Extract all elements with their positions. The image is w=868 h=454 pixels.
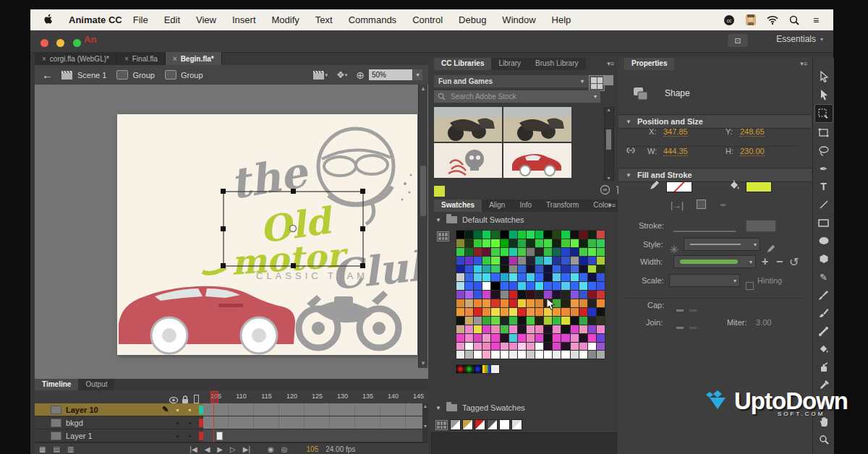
color-swatch[interactable] bbox=[465, 265, 473, 273]
color-swatch[interactable] bbox=[571, 334, 579, 342]
timeline-layer-row[interactable]: Layer 1 • • bbox=[35, 429, 428, 442]
add-width-profile-icon[interactable]: + bbox=[762, 255, 768, 268]
color-swatch[interactable] bbox=[474, 343, 482, 351]
color-swatch[interactable] bbox=[579, 248, 587, 256]
color-swatch[interactable] bbox=[482, 317, 490, 325]
color-swatch[interactable] bbox=[571, 317, 579, 325]
color-swatch[interactable] bbox=[474, 239, 482, 247]
color-swatch[interactable] bbox=[474, 334, 482, 342]
color-swatch[interactable] bbox=[456, 257, 464, 265]
adobe-stock-search[interactable]: ▾ bbox=[434, 90, 600, 103]
color-swatch[interactable] bbox=[579, 308, 587, 316]
color-swatch[interactable] bbox=[482, 299, 490, 307]
stroke-style-dropdown[interactable]: ▾ bbox=[684, 238, 760, 251]
color-swatch[interactable] bbox=[491, 239, 499, 247]
color-swatch[interactable] bbox=[509, 248, 517, 256]
color-swatch[interactable] bbox=[501, 231, 509, 239]
color-swatch[interactable] bbox=[474, 351, 482, 359]
color-swatch[interactable] bbox=[588, 317, 596, 325]
minimize-window-button[interactable] bbox=[56, 39, 64, 47]
color-swatch[interactable] bbox=[597, 308, 605, 316]
tagged-swatch[interactable] bbox=[450, 419, 461, 430]
color-swatch[interactable] bbox=[456, 351, 464, 359]
color-swatch[interactable] bbox=[571, 282, 579, 290]
color-swatch[interactable] bbox=[474, 265, 482, 273]
frame-number[interactable]: 130 bbox=[330, 393, 355, 400]
new-layer-icon[interactable]: ▦ bbox=[39, 445, 46, 453]
color-swatch[interactable] bbox=[509, 308, 517, 316]
stroke-color-swatch[interactable] bbox=[666, 181, 692, 192]
rectangle-tool[interactable] bbox=[815, 214, 833, 231]
menu-item[interactable]: Window bbox=[502, 14, 535, 25]
color-swatch[interactable] bbox=[561, 351, 569, 359]
delete-layer-icon[interactable]: ▥ bbox=[67, 445, 74, 453]
color-swatch[interactable] bbox=[456, 325, 464, 333]
color-swatch[interactable] bbox=[571, 248, 579, 256]
color-swatch[interactable] bbox=[597, 291, 605, 299]
color-swatch[interactable] bbox=[491, 265, 499, 273]
color-swatch[interactable] bbox=[456, 308, 464, 316]
color-swatch[interactable] bbox=[579, 351, 587, 359]
library-scrollbar[interactable]: ▲ ▼ bbox=[604, 107, 614, 181]
tab[interactable]: Swatches bbox=[434, 200, 482, 212]
color-swatch[interactable] bbox=[571, 325, 579, 333]
brush-tool[interactable] bbox=[815, 304, 833, 322]
group-breadcrumb-1[interactable]: Group bbox=[132, 71, 155, 80]
color-swatch[interactable] bbox=[553, 231, 561, 239]
go-to-first-frame-icon[interactable]: |◀ bbox=[190, 445, 197, 453]
color-swatch[interactable] bbox=[535, 282, 543, 290]
color-swatch[interactable] bbox=[474, 257, 482, 265]
color-swatch[interactable] bbox=[518, 317, 526, 325]
color-swatch[interactable] bbox=[518, 231, 526, 239]
scroll-down-arrow[interactable]: ▼ bbox=[606, 176, 611, 181]
w-value[interactable]: 444.35 bbox=[663, 147, 688, 156]
color-swatch[interactable] bbox=[527, 257, 535, 265]
color-swatch[interactable] bbox=[518, 257, 526, 265]
color-swatch[interactable] bbox=[482, 351, 490, 359]
color-swatch[interactable] bbox=[579, 317, 587, 325]
color-swatch[interactable] bbox=[561, 248, 569, 256]
color-swatch[interactable] bbox=[535, 248, 543, 256]
color-swatch[interactable] bbox=[588, 257, 596, 265]
menu-item[interactable]: Text bbox=[315, 14, 333, 25]
color-swatch[interactable] bbox=[465, 351, 473, 359]
frame-number[interactable]: 110 bbox=[229, 393, 254, 400]
color-swatch[interactable] bbox=[527, 248, 535, 256]
color-swatch[interactable] bbox=[474, 299, 482, 307]
stage-zoom-dropdown[interactable]: ▾ bbox=[413, 69, 422, 80]
color-swatch[interactable] bbox=[518, 308, 526, 316]
color-swatch[interactable] bbox=[527, 299, 535, 307]
menu-item[interactable]: Edit bbox=[164, 14, 180, 25]
color-swatch[interactable] bbox=[527, 239, 535, 247]
tagged-swatch[interactable] bbox=[511, 419, 522, 430]
onion-skin-icon[interactable]: ◉ bbox=[268, 445, 274, 453]
color-swatch[interactable] bbox=[527, 317, 535, 325]
color-swatch[interactable] bbox=[588, 299, 596, 307]
color-swatch[interactable] bbox=[509, 231, 517, 239]
color-swatch[interactable] bbox=[535, 334, 543, 342]
lock-aspect-ratio-icon[interactable] bbox=[626, 146, 636, 156]
stage-pasteboard[interactable]: the Club Old motor CLASSIC TEAM bbox=[35, 85, 428, 409]
color-swatch[interactable] bbox=[544, 317, 552, 325]
object-drawing-icon[interactable] bbox=[697, 199, 706, 212]
color-swatch[interactable] bbox=[491, 273, 499, 281]
back-arrow-icon[interactable]: ← bbox=[42, 69, 53, 81]
bone-tool[interactable] bbox=[815, 322, 833, 340]
stage-canvas[interactable]: the Club Old motor CLASSIC TEAM bbox=[117, 114, 417, 355]
remove-width-profile-icon[interactable]: − bbox=[776, 255, 783, 268]
swap-stroke-fill-icon[interactable]: |→| bbox=[671, 200, 684, 210]
color-swatch[interactable] bbox=[527, 231, 535, 239]
color-swatch[interactable] bbox=[571, 351, 579, 359]
cap-option-icon[interactable] bbox=[689, 309, 697, 312]
library-thumbnail-motorcycle-photo[interactable] bbox=[434, 107, 502, 142]
color-swatch[interactable] bbox=[527, 273, 535, 281]
width-profile-dropdown[interactable]: ▾ bbox=[673, 255, 756, 268]
spotlight-search-icon[interactable] bbox=[788, 14, 800, 26]
color-swatch[interactable] bbox=[456, 299, 464, 307]
document-tab[interactable]: ×Final.fla bbox=[117, 52, 166, 65]
stroke-size-value-box[interactable] bbox=[746, 220, 776, 232]
color-swatch[interactable] bbox=[474, 291, 482, 299]
stage-vertical-scrollbar[interactable]: ▲ ▼ bbox=[418, 85, 427, 368]
fill-color-swatch[interactable] bbox=[746, 181, 772, 192]
color-swatch[interactable] bbox=[509, 334, 517, 342]
